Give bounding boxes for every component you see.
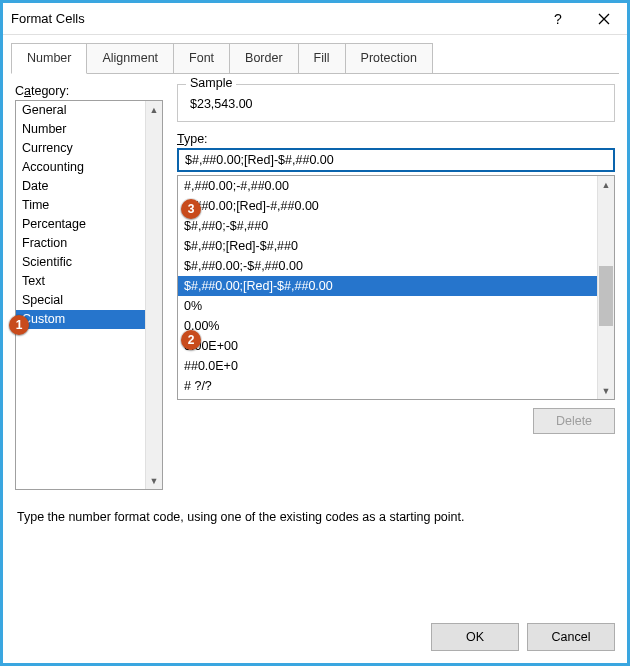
ok-button[interactable]: OK [431,623,519,651]
sample-group: Sample $23,543.00 [177,84,615,122]
list-item[interactable]: # ?/? [178,376,597,396]
list-item[interactable]: 0.00E+00 [178,336,597,356]
dialog-body: Category: General Number Currency Accoun… [3,74,627,613]
scrollbar[interactable]: ▲ ▼ [145,101,162,489]
list-item[interactable]: Special [16,291,145,310]
tab-number[interactable]: Number [11,43,87,74]
tab-alignment[interactable]: Alignment [86,43,174,73]
list-item[interactable]: Percentage [16,215,145,234]
tab-fill[interactable]: Fill [298,43,346,73]
category-column: Category: General Number Currency Accoun… [15,84,163,492]
list-item[interactable]: $#,##0;[Red]-$#,##0 [178,236,597,256]
category-listbox[interactable]: General Number Currency Accounting Date … [15,100,163,490]
list-item[interactable]: #,##0.00;-#,##0.00 [178,176,597,196]
list-item-custom[interactable]: Custom [16,310,145,329]
sample-label: Sample [186,76,236,90]
chevron-up-icon[interactable]: ▲ [598,176,614,193]
list-item[interactable]: Accounting [16,158,145,177]
list-item[interactable]: Fraction [16,234,145,253]
list-item[interactable]: Time [16,196,145,215]
list-item-selected[interactable]: $#,##0.00;[Red]-$#,##0.00 [178,276,597,296]
callout-2: 2 [181,330,201,350]
type-listbox[interactable]: #,##0.00;-#,##0.00 #,##0.00;[Red]-#,##0.… [177,175,615,400]
dialog-footer: OK Cancel [3,613,627,663]
chevron-down-icon[interactable]: ▼ [146,472,162,489]
cancel-button[interactable]: Cancel [527,623,615,651]
chevron-up-icon[interactable]: ▲ [146,101,162,118]
list-item[interactable]: Currency [16,139,145,158]
category-label: Category: [15,84,163,98]
scrollbar[interactable]: ▲ ▼ [597,176,614,399]
list-item[interactable]: $#,##0.00;-$#,##0.00 [178,256,597,276]
list-item[interactable]: Scientific [16,253,145,272]
scrollbar-thumb[interactable] [599,266,613,326]
list-item[interactable]: ##0.0E+0 [178,356,597,376]
list-item[interactable]: Date [16,177,145,196]
right-column: Sample $23,543.00 Type: #,##0.00;-#,##0.… [177,84,615,492]
help-button[interactable]: ? [535,3,581,35]
list-item[interactable]: General [16,101,145,120]
type-input[interactable] [177,148,615,172]
close-icon [598,13,610,25]
list-item[interactable]: #,##0.00;[Red]-#,##0.00 [178,196,597,216]
tab-bar: Number Alignment Font Border Fill Protec… [11,43,619,74]
tab-border[interactable]: Border [229,43,299,73]
list-item[interactable]: 0.00% [178,316,597,336]
callout-1: 1 [9,315,29,335]
chevron-down-icon[interactable]: ▼ [598,382,614,399]
window-title: Format Cells [11,11,85,26]
type-label: Type: [177,132,615,146]
delete-button[interactable]: Delete [533,408,615,434]
tab-protection[interactable]: Protection [345,43,433,73]
callout-3: 3 [181,199,201,219]
list-item[interactable]: $#,##0;-$#,##0 [178,216,597,236]
tab-font[interactable]: Font [173,43,230,73]
list-item[interactable]: 0% [178,296,597,316]
dialog-format-cells: Format Cells ? Number Alignment Font Bor… [0,0,630,666]
list-item[interactable]: Text [16,272,145,291]
hint-text: Type the number format code, using one o… [15,510,615,524]
list-item[interactable]: Number [16,120,145,139]
titlebar: Format Cells ? [3,3,627,35]
close-button[interactable] [581,3,627,35]
sample-value: $23,543.00 [188,91,604,111]
